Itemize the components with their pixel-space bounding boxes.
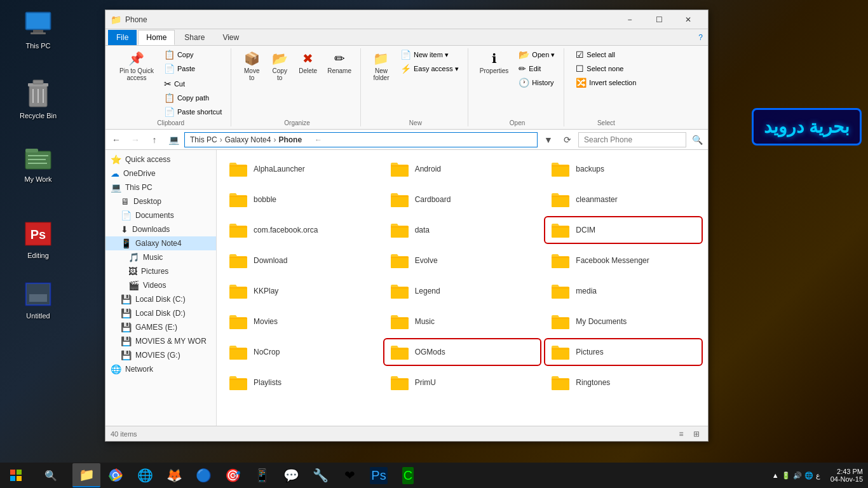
properties-button[interactable]: ℹ Properties (476, 48, 513, 77)
tray-icon-2[interactable]: 🔋 (782, 471, 790, 480)
minimize-button[interactable]: − (615, 10, 644, 29)
file-item-download[interactable]: Download (222, 247, 381, 274)
address-dropdown-button[interactable]: ▼ (540, 132, 557, 148)
start-button[interactable] (0, 463, 32, 488)
file-item-movies[interactable]: Movies (222, 308, 381, 336)
taskbar-app-5[interactable]: 🔵 (189, 463, 217, 487)
nav-pictures[interactable]: 🖼 Pictures (105, 264, 216, 278)
tray-icon-5[interactable]: ع (816, 471, 820, 480)
file-item-bobble[interactable]: bobble (222, 186, 381, 214)
details-view-button[interactable]: ≡ (675, 428, 688, 440)
pin-quick-access-button[interactable]: 📌 Pin to Quickaccess (116, 48, 158, 84)
history-button[interactable]: 🕐 History (515, 76, 559, 89)
copy-to-button[interactable]: 📂 Copyto (267, 48, 292, 84)
easy-access-button[interactable]: ⚡ Easy access ▾ (397, 62, 463, 75)
invert-selection-button[interactable]: 🔀 Invert selection (572, 76, 640, 89)
refresh-button[interactable]: ⟳ (559, 132, 576, 148)
new-folder-button[interactable]: 📁 Newfolder (369, 48, 394, 84)
taskbar-app-8[interactable]: 💬 (277, 463, 305, 487)
file-item-dcim[interactable]: DCIM (544, 216, 703, 244)
file-item-pictures[interactable]: Pictures (544, 338, 703, 366)
tab-home[interactable]: Home (138, 30, 175, 45)
desktop-icon-my-work[interactable]: My Work (13, 140, 64, 186)
file-item-ringtones[interactable]: Ringtones (544, 369, 703, 396)
nav-videos[interactable]: 🎬 Videos (105, 278, 216, 292)
open-button[interactable]: 📂 Open ▾ (515, 48, 559, 61)
nav-movies-g[interactable]: 💾 MOVIES (G:) (105, 348, 216, 362)
copy-button[interactable]: 📋 Copy (160, 48, 226, 61)
tab-share[interactable]: Share (176, 30, 213, 45)
nav-movies-my-wor[interactable]: 💾 MOVIES & MY WOR (105, 334, 216, 348)
delete-button[interactable]: ✖ Delete (295, 48, 321, 77)
file-item-android[interactable]: Android (383, 155, 542, 183)
file-item-media[interactable]: media (544, 277, 703, 305)
move-to-button[interactable]: 📦 Moveto (239, 48, 264, 84)
file-item-primu[interactable]: PrimU (383, 369, 542, 396)
file-item-evolve[interactable]: Evolve (383, 247, 542, 274)
file-item-ogmods[interactable]: OGMods (383, 338, 542, 366)
taskbar-app-7[interactable]: 📱 (248, 463, 276, 487)
paste-shortcut-button[interactable]: 📄 Paste shortcut (160, 105, 226, 118)
back-button[interactable]: ← (108, 132, 125, 148)
file-item-cardboard[interactable]: Cardboard (383, 186, 542, 214)
nav-documents[interactable]: 📄 Documents (105, 208, 216, 222)
nav-network[interactable]: 🌐 Network (105, 362, 216, 376)
taskbar-file-explorer[interactable]: 📁 (72, 463, 100, 487)
address-path[interactable]: This PC › Galaxy Note4 › Phone ← (184, 132, 538, 147)
file-item-data[interactable]: data (383, 216, 542, 244)
tray-icon-4[interactable]: 🌐 (804, 471, 813, 480)
forward-button[interactable]: → (127, 132, 144, 148)
new-item-button[interactable]: 📄 New item ▾ (397, 48, 463, 61)
recent-locations-button[interactable]: 💻 (165, 132, 182, 148)
cut-button[interactable]: ✂ Cut (160, 78, 226, 90)
taskbar-app-10[interactable]: ❤ (336, 463, 363, 487)
desktop-icon-editing[interactable]: Ps Editing (13, 216, 64, 262)
path-galaxy-note4[interactable]: Galaxy Note4 (225, 135, 271, 144)
file-item-legend[interactable]: Legend (383, 277, 542, 305)
taskbar-app-6[interactable]: 🎯 (219, 463, 247, 487)
paste-button[interactable]: 📄 Paste (160, 62, 226, 75)
nav-galaxy-note4[interactable]: 📱 Galaxy Note4 (105, 236, 216, 250)
close-button[interactable]: ✕ (674, 10, 703, 29)
edit-button[interactable]: ✏ Edit (515, 62, 559, 75)
taskbar-app-3[interactable]: 🌐 (131, 463, 159, 487)
nav-this-pc[interactable]: 💻 This PC (105, 180, 216, 194)
nav-local-disk-d[interactable]: 💾 Local Disk (D:) (105, 306, 216, 320)
tab-view[interactable]: View (214, 30, 247, 45)
taskbar-photoshop[interactable]: Ps (365, 463, 393, 487)
select-all-button[interactable]: ☑ Select all (572, 48, 640, 61)
rename-button[interactable]: ✏ Rename (323, 48, 355, 77)
file-item-com-facebook-orca[interactable]: com.facebook.orca (222, 216, 381, 244)
copy-path-button[interactable]: 📋 Copy path (160, 92, 226, 104)
select-none-button[interactable]: ☐ Select none (572, 62, 640, 75)
file-item-kkplay[interactable]: KKPlay (222, 277, 381, 305)
file-item-alphalauncher[interactable]: AlphaLauncher (222, 155, 381, 183)
maximize-button[interactable]: ☐ (644, 10, 674, 29)
up-button[interactable]: ↑ (146, 132, 163, 148)
file-item-playlists[interactable]: Playlists (222, 369, 381, 396)
taskbar-chrome[interactable] (102, 463, 130, 487)
file-item-nocrop[interactable]: NoCrop (222, 338, 381, 366)
nav-downloads[interactable]: ⬇ Downloads (105, 222, 216, 236)
nav-local-disk-c[interactable]: 💾 Local Disk (C:) (105, 292, 216, 306)
taskbar-clock[interactable]: 2:43 PM 04-Nov-15 (825, 468, 868, 483)
nav-desktop[interactable]: 🖥 Desktop (105, 194, 216, 208)
desktop-icon-untitled[interactable]: Untitled (13, 276, 64, 322)
desktop-icon-this-pc[interactable]: This PC (13, 6, 64, 52)
nav-quick-access[interactable]: ⭐ Quick access (105, 152, 216, 166)
file-item-music[interactable]: Music (383, 308, 542, 336)
tab-file[interactable]: File (108, 30, 137, 45)
taskbar-app-12[interactable]: C (394, 463, 422, 487)
file-item-my-documents[interactable]: My Documents (544, 308, 703, 336)
large-icons-view-button[interactable]: ⊞ (690, 428, 703, 440)
tray-icon-3[interactable]: 🔊 (793, 471, 802, 480)
file-item-facebook-messenger[interactable]: Facebook Messenger (544, 247, 703, 274)
taskbar-firefox[interactable]: 🦊 (160, 463, 188, 487)
file-item-cleanmaster[interactable]: cleanmaster (544, 186, 703, 214)
taskbar-search[interactable]: 🔍 (32, 463, 70, 488)
search-input[interactable] (578, 132, 686, 147)
search-button[interactable]: 🔍 (689, 132, 705, 148)
tray-icon-1[interactable]: ▲ (772, 471, 779, 479)
desktop-icon-recycle-bin[interactable]: Recycle Bin (13, 76, 64, 122)
taskbar-app-9[interactable]: 🔧 (306, 463, 334, 487)
